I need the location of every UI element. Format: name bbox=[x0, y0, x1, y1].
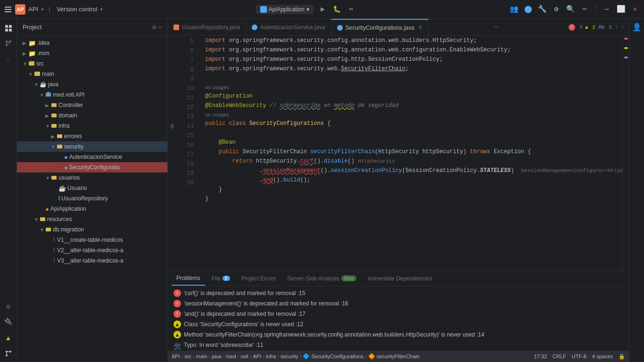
deprecated-csrf: csrf bbox=[300, 156, 314, 166]
gear-icon[interactable]: ⚙ bbox=[2, 300, 15, 313]
more-run-options[interactable]: ⋯ bbox=[346, 4, 356, 15]
annotation: @EnableWebSecurity bbox=[205, 101, 266, 110]
breadcrumb-voll: voll bbox=[240, 354, 248, 359]
run-config-dropdown-icon[interactable]: ▾ bbox=[306, 6, 309, 13]
problem-item-2[interactable]: ! 'sessionManagement()' is deprecated an… bbox=[168, 298, 629, 309]
run-config[interactable]: ApiApplication ▾ bbox=[256, 5, 314, 14]
minimize-button[interactable]: — bbox=[602, 4, 612, 15]
encoding[interactable]: UTF-8 bbox=[572, 354, 586, 359]
tree-item-db-migration[interactable]: ▼ db.migration bbox=[17, 224, 167, 235]
tree-item-autenticacion-service[interactable]: ● AutenticacionService bbox=[17, 152, 167, 162]
version-control-label[interactable]: Version control bbox=[57, 6, 97, 13]
time: 17:32 bbox=[534, 354, 547, 359]
problem-item-1[interactable]: ! 'csrf()' is deprecated and marked for … bbox=[168, 288, 629, 298]
problem-item-5[interactable]: ▲ Method 'securityFilterChain(org.spring… bbox=[168, 329, 629, 340]
scroll-down-icon[interactable]: ↓ bbox=[621, 24, 624, 31]
tree-item-usuario[interactable]: ☕ Usuario bbox=[17, 183, 167, 193]
problem-item-6[interactable]: Ab Typo: In word 'sobreescribe' :11 bbox=[168, 340, 629, 350]
users-icon[interactable]: 👥 bbox=[509, 4, 519, 15]
project-dropdown-icon[interactable]: ▾ bbox=[41, 7, 44, 12]
status-bar: API › src › main › java › med › voll › A… bbox=[168, 351, 629, 362]
code-text: (). bbox=[321, 166, 331, 175]
svg-rect-16 bbox=[29, 61, 31, 63]
error-icon: ! bbox=[173, 310, 181, 318]
search-icon[interactable]: 🔍 bbox=[565, 4, 576, 15]
svg-rect-18 bbox=[46, 93, 51, 97]
tab-usuario-repository[interactable]: UsuarioRepository.java bbox=[168, 19, 246, 35]
tab-autenticacion-service[interactable]: AutenticacionService.java bbox=[246, 19, 331, 35]
settings-icon[interactable]: ⚙ bbox=[551, 4, 561, 15]
tree-item-security-configurations[interactable]: ● SecurityConfiguratio bbox=[17, 162, 167, 173]
panel-actions: ⚙ ⋯ bbox=[152, 24, 162, 31]
tab-close-icon[interactable]: ✕ bbox=[418, 25, 422, 31]
indent[interactable]: 4 spaces bbox=[592, 354, 613, 359]
project-panel-icon[interactable] bbox=[2, 22, 15, 35]
vuln-tab-label: Vulnerable Dependencies bbox=[368, 275, 432, 282]
java-folder-icon: ☕ bbox=[40, 81, 47, 88]
tree-item-v3[interactable]: ⌇ V3__alter-table-medicos-a bbox=[17, 255, 167, 266]
status-icon[interactable]: ⬤ bbox=[523, 4, 533, 15]
tab-security-configurations[interactable]: SecurityConfigurations.java ✕ bbox=[331, 19, 429, 35]
code-text bbox=[266, 101, 270, 110]
tools-icon[interactable]: 🔧 bbox=[537, 4, 547, 15]
more-options-icon[interactable]: ⋯ bbox=[579, 4, 590, 15]
right-icon-person[interactable]: 👤 bbox=[631, 22, 643, 33]
tab-project-errors[interactable]: Project Errors bbox=[237, 271, 281, 286]
git-icon[interactable] bbox=[2, 347, 15, 360]
run-button[interactable]: ▶ bbox=[318, 4, 328, 15]
close-button[interactable]: ✕ bbox=[630, 4, 640, 15]
menu-icon[interactable] bbox=[4, 5, 12, 14]
tree-item-infra[interactable]: ▼ infra bbox=[17, 121, 167, 131]
tab-file[interactable]: File 8 bbox=[207, 271, 235, 286]
breadcrumb-main: main bbox=[196, 354, 207, 359]
project-name[interactable]: API bbox=[28, 6, 38, 13]
item-name: errores bbox=[64, 133, 82, 140]
svg-marker-19 bbox=[46, 91, 51, 93]
editor-scrollbar[interactable] bbox=[622, 36, 629, 271]
tab-vulnerable-dependencies[interactable]: Vulnerable Dependencies bbox=[363, 271, 437, 286]
tab-overflow-icon[interactable]: ⋯ bbox=[491, 24, 502, 31]
tree-item-usuario-repository[interactable]: I UsuarioRepository bbox=[17, 193, 167, 204]
line-ending[interactable]: CRLF bbox=[553, 354, 566, 359]
svg-line-9 bbox=[7, 42, 9, 45]
panel-settings-icon[interactable]: ⚙ bbox=[152, 24, 156, 31]
tree-item-resources[interactable]: ▼ resources bbox=[17, 214, 167, 224]
tree-item-domain[interactable]: ▶ domain bbox=[17, 110, 167, 121]
tree-item-src[interactable]: ▼ src bbox=[17, 58, 167, 69]
scroll-up-icon[interactable]: ↑ bbox=[615, 24, 618, 31]
tree-item-errores[interactable]: ▶ errores bbox=[17, 131, 167, 141]
tree-item-java[interactable]: ▼ ☕ java bbox=[17, 79, 167, 90]
maximize-button[interactable]: ⬜ bbox=[616, 4, 626, 15]
problem-text: 'and()' is deprecated and marked for rem… bbox=[184, 311, 305, 317]
tree-item-v2[interactable]: ⌇ V2__alter-table-medicos-a bbox=[17, 245, 167, 255]
code-text: { bbox=[324, 119, 330, 128]
sep1: › bbox=[182, 354, 183, 359]
bottom-panel: Problems File 8 Project Errors Server-Si… bbox=[168, 271, 629, 351]
tree-item-med-voll-api[interactable]: ▼ med.voll.API bbox=[17, 90, 167, 100]
lock-icon[interactable]: 🔒 bbox=[619, 354, 625, 360]
debug-button[interactable]: 🐛 bbox=[332, 4, 342, 15]
warnings-icon[interactable]: ▲ bbox=[2, 332, 15, 345]
tree-item-main[interactable]: ▼ main bbox=[17, 69, 167, 79]
tab-server-side-analysis[interactable]: Server-Side Analysis New bbox=[282, 271, 361, 286]
code-area[interactable]: import org.springframework.security.conf… bbox=[198, 36, 622, 271]
vcs-icon[interactable] bbox=[2, 37, 15, 50]
panel-more-icon[interactable]: ⋯ bbox=[158, 24, 162, 31]
warning-count: ▲ 2 bbox=[585, 25, 595, 30]
tree-item-v1[interactable]: ⌇ V1__create-table-medicos bbox=[17, 235, 167, 245]
vc-dropdown-icon[interactable]: ▾ bbox=[100, 7, 103, 12]
plugins-icon[interactable]: 🔌 bbox=[2, 315, 15, 328]
bookmarks-icon[interactable]: ☆ bbox=[2, 52, 15, 65]
item-name: resources bbox=[47, 216, 72, 222]
tab-problems[interactable]: Problems bbox=[172, 271, 205, 286]
tree-item-mvn[interactable]: ▶ 📁 .mvn bbox=[17, 48, 167, 58]
tree-item-controller[interactable]: ▶ Controller bbox=[17, 100, 167, 110]
tree-item-idea[interactable]: ▶ 📁 .idea bbox=[17, 38, 167, 48]
tree-item-api-application[interactable]: ● ApiApplication bbox=[17, 204, 167, 214]
tree-item-usuarios[interactable]: ▼ usuarios bbox=[17, 173, 167, 183]
expand-arrow: ▼ bbox=[45, 123, 51, 129]
line-num-16: 16 bbox=[176, 140, 194, 150]
problem-item-4[interactable]: ▲ Class 'SecurityConfigurations' is neve… bbox=[168, 319, 629, 329]
tree-item-security[interactable]: ▼ security bbox=[17, 141, 167, 152]
problem-item-3[interactable]: ! 'and()' is deprecated and marked for r… bbox=[168, 309, 629, 319]
